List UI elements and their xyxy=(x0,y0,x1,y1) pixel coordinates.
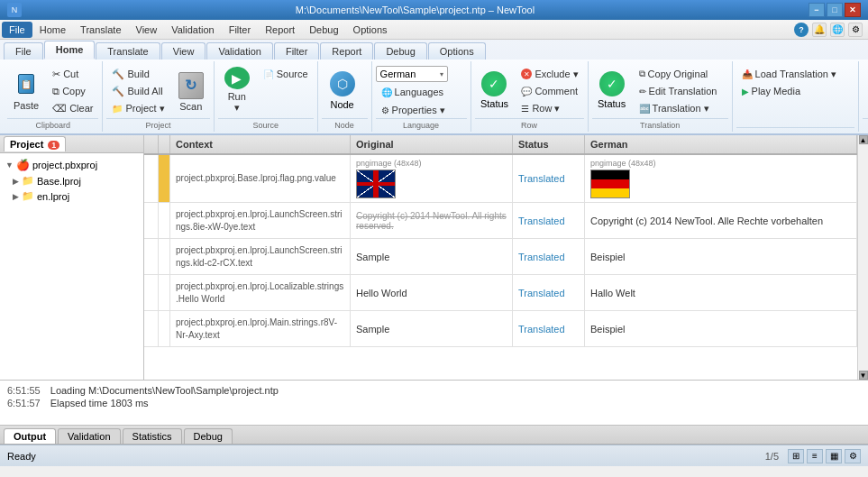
tab-debug[interactable]: Debug xyxy=(184,428,233,444)
menu-debug[interactable]: Debug xyxy=(302,22,345,38)
find-replace-button[interactable]: 🔍 Find & Replace ▾ xyxy=(863,83,868,99)
copy-icon: ⧉ xyxy=(52,86,59,97)
table-row[interactable]: project.pbxproj.en.lproj.LaunchScreen.st… xyxy=(144,203,857,239)
apple-icon: 🍎 xyxy=(16,159,30,171)
de-flag xyxy=(590,170,630,198)
language-dropdown[interactable]: German ▾ xyxy=(376,66,448,82)
scrollbar-right[interactable]: ▲ ▼ xyxy=(857,135,868,380)
node-group-label: Node xyxy=(322,118,368,130)
ribbon-tab-validation[interactable]: Validation xyxy=(206,42,273,60)
cell-status-2: Translated xyxy=(513,203,585,238)
col-mark xyxy=(159,135,170,153)
ribbon-tab-report[interactable]: Report xyxy=(320,42,373,60)
tree-item-en[interactable]: ▶ 📁 en.lproj xyxy=(2,188,142,204)
table-row[interactable]: project.pbxproj.en.lproj.Main.strings.r8… xyxy=(144,311,857,347)
build-button[interactable]: 🔨 Build xyxy=(106,66,169,82)
translation-status-button[interactable]: ✓ Status xyxy=(592,63,632,117)
close-button[interactable]: ✕ xyxy=(845,3,861,17)
table-row[interactable]: project.pbxproj.en.lproj.LaunchScreen.st… xyxy=(144,239,857,275)
ribbon-tab-options[interactable]: Options xyxy=(428,42,486,60)
clear-button[interactable]: ⌫ Clear xyxy=(47,100,98,116)
node-icon: ⬡ xyxy=(330,71,355,96)
ribbon-tab-view[interactable]: View xyxy=(161,42,206,60)
settings-bar-icon[interactable]: ⚙ xyxy=(845,449,861,463)
tab-validation[interactable]: Validation xyxy=(58,428,121,444)
menu-home[interactable]: Home xyxy=(32,22,73,38)
exclude-dropdown-button[interactable]: ✕ Exclude ▾ xyxy=(516,66,583,82)
translation-dropdown-button[interactable]: 🔤 Translation ▾ xyxy=(634,100,723,116)
tab-statistics[interactable]: Statistics xyxy=(123,428,182,444)
eraser-icon: ⌫ xyxy=(52,103,67,115)
cell-context-5: project.pbxproj.en.lproj.Main.strings.r8… xyxy=(170,311,351,346)
edit-translation-button[interactable]: ✏ Edit Translation xyxy=(634,83,723,99)
source-icon: 📄 xyxy=(263,69,274,79)
list-view-icon[interactable]: ≡ xyxy=(807,449,823,463)
project-dropdown-button[interactable]: 📁 Project ▾ xyxy=(106,100,169,116)
notification-icon[interactable]: 🔔 xyxy=(812,23,827,37)
edit-icon: ✏ xyxy=(639,87,646,96)
menu-filter[interactable]: Filter xyxy=(222,22,258,38)
cell-status-4: Translated xyxy=(513,275,585,310)
build-all-button[interactable]: 🔨 Build All xyxy=(106,83,169,99)
ribbon-tab-filter[interactable]: Filter xyxy=(274,42,319,60)
scroll-up[interactable]: ▲ xyxy=(859,135,868,144)
settings-icon[interactable]: ⚙ xyxy=(848,23,863,37)
menu-view[interactable]: View xyxy=(129,22,165,38)
tree-item-project[interactable]: ▼ 🍎 project.pbxproj xyxy=(2,157,142,173)
properties-dropdown-button[interactable]: ⚙ Properties ▾ xyxy=(376,102,451,118)
run-dropdown-button[interactable]: ▶ Run ▾ xyxy=(218,63,256,117)
globe-icon[interactable]: 🌐 xyxy=(830,23,845,37)
cell-info-2 xyxy=(144,203,159,238)
german-image-label-1: pngimage (48x48) xyxy=(590,159,656,168)
menu-report[interactable]: Report xyxy=(258,22,302,38)
project-tab[interactable]: Project 1 xyxy=(4,136,66,151)
node-button[interactable]: ⬡ Node xyxy=(322,63,363,117)
table-row[interactable]: project.pbxproj.Base.lproj.flag.png.valu… xyxy=(144,155,857,203)
tab-output[interactable]: Output xyxy=(4,428,56,444)
row-group: ✓ Status ✕ Exclude ▾ 💬 Comment ☰ Row ▾ xyxy=(471,61,589,132)
languages-button[interactable]: 🌐 Languages xyxy=(376,84,449,100)
copy-original-button[interactable]: ⧉ Copy Original xyxy=(634,66,723,82)
col-info xyxy=(144,135,159,153)
col-original: Original xyxy=(351,135,513,153)
row-dropdown-button[interactable]: ☰ Row ▾ xyxy=(516,100,583,116)
cell-original-5: Sample xyxy=(351,311,513,346)
clear-statuses-button[interactable]: 🗑 Clear statuses ▾ xyxy=(863,66,868,82)
scan-button[interactable]: ↻ Scan xyxy=(172,63,210,117)
build-icon: 🔨 xyxy=(112,69,124,80)
copy-button[interactable]: ⧉ Copy xyxy=(47,83,98,99)
ribbon-tab-debug[interactable]: Debug xyxy=(374,42,426,60)
status-check-icon: ✓ xyxy=(481,71,507,96)
load-translation-button[interactable]: 📥 Load Translation ▾ xyxy=(736,66,842,82)
minimize-button[interactable]: − xyxy=(809,3,825,17)
ribbon-tab-translate[interactable]: Translate xyxy=(96,42,160,60)
maximize-button[interactable]: □ xyxy=(827,3,843,17)
load-play-group: 📥 Load Translation ▾ ▶ Play Media xyxy=(733,61,859,132)
grid-body: project.pbxproj.Base.lproj.flag.png.valu… xyxy=(144,155,857,380)
grid-view-icon[interactable]: ⊞ xyxy=(788,449,804,463)
log-line-2: 6:51:57 Elapsed time 1803 ms xyxy=(7,397,861,409)
scroll-down[interactable]: ▼ xyxy=(859,371,868,380)
source-dropdown-button[interactable]: 📄 Source xyxy=(258,66,314,82)
table-row[interactable]: project.pbxproj.en.lproj.Localizable.str… xyxy=(144,275,857,311)
load-play-label xyxy=(736,127,854,130)
cut-button[interactable]: ✂ Cut xyxy=(47,66,98,82)
help-icon[interactable]: ? xyxy=(794,23,809,37)
build-all-icon: 🔨 xyxy=(112,86,124,97)
menu-translate[interactable]: Translate xyxy=(73,22,128,38)
paste-button[interactable]: 📋 Paste xyxy=(7,63,45,117)
ribbon-tab-file[interactable]: File xyxy=(4,42,43,60)
menu-validation[interactable]: Validation xyxy=(164,22,222,38)
status-button[interactable]: ✓ Status xyxy=(475,63,515,117)
play-media-button[interactable]: ▶ Play Media xyxy=(736,83,842,99)
menu-options[interactable]: Options xyxy=(346,22,395,38)
ribbon-tab-home[interactable]: Home xyxy=(44,41,96,60)
detail-view-icon[interactable]: ▦ xyxy=(826,449,842,463)
bottom-tabs: Output Validation Statistics Debug xyxy=(0,425,868,445)
tree-item-base[interactable]: ▶ 📁 Base.lproj xyxy=(2,173,142,188)
menu-file[interactable]: File xyxy=(2,22,32,38)
cell-status-3: Translated xyxy=(513,239,585,274)
clipboard-group: 📋 Paste ✂ Cut ⧉ Copy ⌫ C xyxy=(4,61,103,132)
folder-icon-en: 📁 xyxy=(22,190,34,202)
comment-button[interactable]: 💬 Comment xyxy=(516,83,583,99)
